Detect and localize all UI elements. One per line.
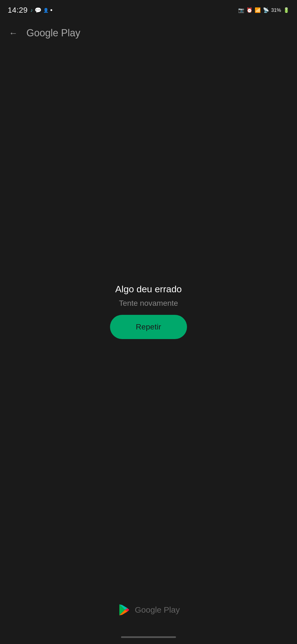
signal-icon: 📡 (263, 7, 269, 13)
notification-dot: • (50, 9, 53, 12)
back-arrow-icon: ← (9, 29, 18, 37)
wifi-icon: 📶 (255, 7, 261, 13)
status-bar-left: 14:29 ♪ 💬 👤 • (8, 6, 53, 15)
google-play-logo-icon (117, 603, 130, 616)
back-button[interactable]: ← (7, 26, 20, 40)
nav-bar (0, 633, 297, 644)
alarm-icon: ⏰ (246, 7, 252, 13)
status-time: 14:29 (8, 6, 28, 15)
battery-level: 31% (271, 7, 281, 13)
status-icons-left: ♪ 💬 👤 • (31, 7, 53, 13)
app-bar: ← Google Play (0, 19, 297, 47)
footer: Google Play (0, 592, 297, 633)
retry-button[interactable]: Repetir (110, 315, 187, 339)
error-subtitle: Tente novamente (119, 299, 178, 308)
status-bar-right: 📷 ⏰ 📶 📡 31% 🔋 (238, 7, 289, 13)
whatsapp-icon: 💬 (35, 7, 42, 13)
footer-text: Google Play (135, 605, 180, 615)
status-bar: 14:29 ♪ 💬 👤 • 📷 ⏰ 📶 📡 31% 🔋 (0, 0, 297, 19)
error-title: Algo deu errado (115, 284, 182, 294)
app-bar-title: Google Play (26, 27, 80, 39)
user-transfer-icon: 👤 (43, 8, 49, 13)
battery-icon: 🔋 (283, 7, 289, 13)
tiktok-icon: ♪ (31, 7, 33, 13)
nav-indicator (121, 636, 176, 638)
camera-icon: 📷 (238, 7, 244, 13)
main-content: Algo deu errado Tente novamente Repetir (0, 47, 297, 592)
error-section: Algo deu errado Tente novamente Repetir (110, 284, 187, 339)
